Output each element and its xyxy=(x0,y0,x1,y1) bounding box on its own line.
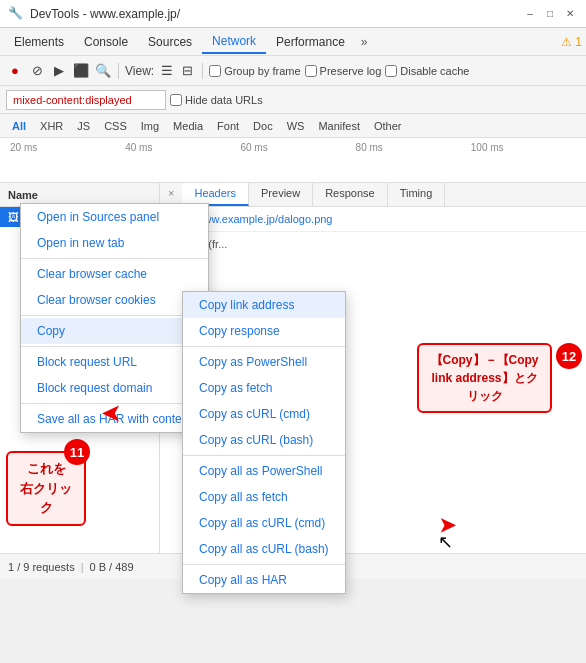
tab-js[interactable]: JS xyxy=(71,118,96,134)
sub-copy-fetch[interactable]: Copy as fetch xyxy=(183,375,345,401)
view-buttons: ☰ ⊟ xyxy=(158,62,196,80)
filter-bar: Hide data URLs xyxy=(0,86,586,114)
sub-copy-all-powershell[interactable]: Copy all as PowerShell xyxy=(183,458,345,484)
balloon-12-box: 【Copy】－【Copy link address】とクリック xyxy=(417,343,552,413)
window-title: DevTools - www.example.jp/ xyxy=(30,7,522,21)
timeline-label-20ms: 20 ms xyxy=(10,142,125,153)
request-count: 1 / 9 requests xyxy=(8,561,75,573)
tab-ws[interactable]: WS xyxy=(281,118,311,134)
timeline-label-60ms: 60 ms xyxy=(240,142,355,153)
sub-copy-curl-bash[interactable]: Copy as cURL (bash) xyxy=(183,427,345,453)
devtools-icon: 🔧 xyxy=(8,6,24,22)
ctx-block-url[interactable]: Block request URL xyxy=(21,349,208,375)
balloon-11: これを右クリック 11 xyxy=(6,451,86,526)
sub-copy-powershell[interactable]: Copy as PowerShell xyxy=(183,349,345,375)
disable-cache-checkbox[interactable] xyxy=(385,65,397,77)
balloon-11-circle: 11 xyxy=(64,439,90,465)
tab-media[interactable]: Media xyxy=(167,118,209,134)
view-label: View: xyxy=(125,64,154,78)
warning-badge: ⚠ 1 xyxy=(561,35,582,49)
menu-network[interactable]: Network xyxy=(202,30,266,54)
menu-sources[interactable]: Sources xyxy=(138,31,202,53)
balloon-12: 【Copy】－【Copy link address】とクリック 12 xyxy=(417,343,582,413)
ctx-block-domain[interactable]: Block request domain xyxy=(21,375,208,401)
sub-copy-all-curl-cmd[interactable]: Copy all as cURL (cmd) xyxy=(183,510,345,536)
sub-copy-all-curl-bash[interactable]: Copy all as cURL (bash) xyxy=(183,536,345,562)
clear-button[interactable]: ⊘ xyxy=(28,62,46,80)
preserve-log-label: Preserve log xyxy=(305,65,382,77)
balloon-12-circle: 12 xyxy=(556,343,582,369)
menu-elements[interactable]: Elements xyxy=(4,31,74,53)
sub-sep-3 xyxy=(183,564,345,565)
separator-2 xyxy=(202,63,203,79)
tab-all[interactable]: All xyxy=(6,118,32,134)
preserve-log-checkbox[interactable] xyxy=(305,65,317,77)
ctx-sep-1 xyxy=(21,258,208,259)
tab-img[interactable]: Img xyxy=(135,118,165,134)
tab-css[interactable]: CSS xyxy=(98,118,133,134)
titlebar: 🔧 DevTools - www.example.jp/ – □ ✕ xyxy=(0,0,586,28)
ctx-open-sources[interactable]: Open in Sources panel xyxy=(21,204,208,230)
ctx-clear-cookies[interactable]: Clear browser cookies xyxy=(21,287,208,313)
ctx-clear-cache[interactable]: Clear browser cache xyxy=(21,261,208,287)
camera-button[interactable]: ▶ xyxy=(50,62,68,80)
menu-performance[interactable]: Performance xyxy=(266,31,355,53)
timeline-label-80ms: 80 ms xyxy=(356,142,471,153)
ctx-open-new-tab[interactable]: Open in new tab xyxy=(21,230,208,256)
timeline-area: 20 ms 40 ms 60 ms 80 ms 100 ms xyxy=(0,138,586,183)
filter-input[interactable] xyxy=(6,90,166,110)
timeline-label-40ms: 40 ms xyxy=(125,142,240,153)
tab-doc[interactable]: Doc xyxy=(247,118,279,134)
tab-font[interactable]: Font xyxy=(211,118,245,134)
tab-other[interactable]: Other xyxy=(368,118,408,134)
toolbar: ● ⊘ ▶ ⬛ 🔍 View: ☰ ⊟ Group by frame Prese… xyxy=(0,56,586,86)
sub-copy-all-har[interactable]: Copy all as HAR xyxy=(183,567,345,593)
menubar: Elements Console Sources Network Perform… xyxy=(0,28,586,56)
group-by-frame-label: Group by frame xyxy=(209,65,300,77)
menu-console[interactable]: Console xyxy=(74,31,138,53)
timeline-labels: 20 ms 40 ms 60 ms 80 ms 100 ms xyxy=(0,142,586,153)
minimize-button[interactable]: – xyxy=(522,6,538,22)
statusbar-sep: | xyxy=(81,561,84,573)
sub-copy-curl-cmd[interactable]: Copy as cURL (cmd) xyxy=(183,401,345,427)
submenu-copy: Copy link address Copy response Copy as … xyxy=(182,291,346,594)
timeline-label-100ms: 100 ms xyxy=(471,142,586,153)
menu-more[interactable]: » xyxy=(355,31,374,53)
content-area: Name 🖼 dalogo.png × Headers Preview Resp… xyxy=(0,183,586,553)
list-view-btn[interactable]: ☰ xyxy=(158,62,176,80)
sub-copy-all-fetch[interactable]: Copy all as fetch xyxy=(183,484,345,510)
sub-sep-2 xyxy=(183,455,345,456)
maximize-button[interactable]: □ xyxy=(542,6,558,22)
ctx-sep-2 xyxy=(21,315,208,316)
type-filter-tabs: All XHR JS CSS Img Media Font Doc WS Man… xyxy=(0,114,586,138)
separator-1 xyxy=(118,63,119,79)
window-controls: – □ ✕ xyxy=(522,6,578,22)
hide-data-urls-checkbox[interactable] xyxy=(170,94,182,106)
group-by-frame-checkbox[interactable] xyxy=(209,65,221,77)
transfer-size: 0 B / 489 xyxy=(90,561,134,573)
disable-cache-label: Disable cache xyxy=(385,65,469,77)
search-button[interactable]: 🔍 xyxy=(94,62,112,80)
context-menu: Open in Sources panel Open in new tab Cl… xyxy=(20,203,209,433)
red-arrow-link: ➤ xyxy=(439,513,456,537)
record-button[interactable]: ● xyxy=(6,62,24,80)
ctx-copy[interactable]: Copy ▶ xyxy=(21,318,208,344)
hide-data-urls-label: Hide data URLs xyxy=(170,94,263,106)
sub-copy-response[interactable]: Copy response xyxy=(183,318,345,344)
sub-sep-1 xyxy=(183,346,345,347)
tab-manifest[interactable]: Manifest xyxy=(312,118,366,134)
ctx-sep-3 xyxy=(21,346,208,347)
tab-xhr[interactable]: XHR xyxy=(34,118,69,134)
waterfall-view-btn[interactable]: ⊟ xyxy=(178,62,196,80)
red-arrow-copy: ➤ xyxy=(102,401,120,427)
filter-icon[interactable]: ⬛ xyxy=(72,62,90,80)
close-button[interactable]: ✕ xyxy=(562,6,578,22)
sub-copy-link-address[interactable]: Copy link address xyxy=(183,292,345,318)
